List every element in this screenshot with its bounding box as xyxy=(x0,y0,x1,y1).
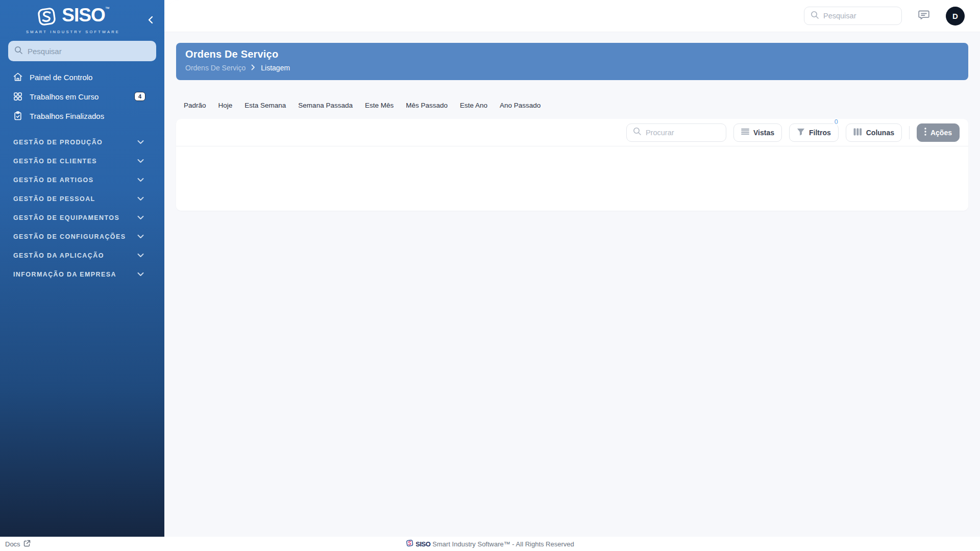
sidebar-section-gestao-de-clientes[interactable]: GESTÃO DE CLIENTES xyxy=(0,152,164,170)
filtros-label: Filtros xyxy=(809,129,831,137)
section-label: GESTÃO DA APLICAÇÃO xyxy=(13,252,104,259)
tab-ano-passado[interactable]: Ano Passado xyxy=(500,102,541,109)
user-avatar[interactable]: D xyxy=(946,7,965,26)
breadcrumb-current: Listagem xyxy=(261,64,290,72)
filters-count-badge: 0 xyxy=(833,118,840,126)
sidebar-item-painel-de-controlo[interactable]: Painel de Controlo xyxy=(0,67,164,87)
breadcrumb: Ordens De Serviço Listagem xyxy=(185,64,959,72)
empty-list-body xyxy=(176,146,968,211)
external-link-icon xyxy=(23,540,31,548)
list-search-input[interactable] xyxy=(646,129,720,137)
colunas-button[interactable]: Colunas xyxy=(846,123,902,142)
in-progress-count-badge: 4 xyxy=(134,92,145,101)
tab-hoje[interactable]: Hoje xyxy=(218,102,233,109)
sidebar-logo[interactable]: SISO™ SMART INDUSTRY SOFTWARE xyxy=(0,0,146,34)
sidebar-section-informacao-da-empresa[interactable]: INFORMAÇÃO DA EMPRESA xyxy=(0,265,164,284)
docs-link[interactable]: Docs xyxy=(5,540,31,548)
chevron-right-icon xyxy=(251,64,255,72)
section-label: GESTÃO DE PRODUÇÃO xyxy=(13,139,103,146)
tab-mes-passado[interactable]: Mês Passado xyxy=(406,102,448,109)
avatar-initial: D xyxy=(952,12,958,20)
tab-este-ano[interactable]: Este Ano xyxy=(460,102,487,109)
section-label: GESTÃO DE ARTIGOS xyxy=(13,177,93,184)
acoes-label: Ações xyxy=(930,129,952,137)
sidebar-search-input[interactable] xyxy=(28,47,150,56)
breadcrumb-parent[interactable]: Ordens De Serviço xyxy=(185,64,246,72)
list-card: Vistas 0 Filtros xyxy=(176,119,968,211)
content-row: SISO™ SMART INDUSTRY SOFTWARE Painel de … xyxy=(0,0,980,537)
chevron-down-icon xyxy=(137,158,144,165)
logo-tm: ™ xyxy=(105,6,110,11)
sidebar-section-gestao-de-configuracoes[interactable]: GESTÃO DE CONFIGURAÇÕES xyxy=(0,227,164,246)
columns-icon xyxy=(853,128,862,137)
section-label: GESTÃO DE EQUIPAMENTOS xyxy=(13,214,119,221)
sidebar-collapse-button[interactable] xyxy=(145,15,156,27)
siso-footer-logo-icon xyxy=(406,539,413,548)
search-icon xyxy=(811,11,819,21)
sidebar-item-label: Trabalhos em Curso xyxy=(30,92,99,101)
filter-funnel-icon xyxy=(797,128,805,137)
section-label: GESTÃO DE CONFIGURAÇÕES xyxy=(13,233,126,240)
logo-subtitle: SMART INDUSTRY SOFTWARE xyxy=(0,30,146,34)
page-header-banner: Ordens De Serviço Ordens De Serviço List… xyxy=(176,43,968,80)
list-search xyxy=(626,123,726,142)
global-search xyxy=(804,7,902,25)
chevron-down-icon xyxy=(137,195,144,203)
footer-copyright-text: Smart Industry Software™ - All Rights Re… xyxy=(432,540,574,548)
tab-esta-semana[interactable]: Esta Semana xyxy=(244,102,286,109)
app-window: SISO™ SMART INDUSTRY SOFTWARE Painel de … xyxy=(0,0,980,551)
home-icon xyxy=(13,72,23,82)
footer-brand: SISO xyxy=(415,540,430,548)
chevron-down-icon xyxy=(137,139,144,146)
page-title: Ordens De Serviço xyxy=(185,48,959,60)
docs-label: Docs xyxy=(5,540,20,548)
main-area: D Ordens De Serviço Ordens De Serviço Li… xyxy=(164,0,980,537)
tab-padrao[interactable]: Padrão xyxy=(184,102,206,109)
logo-title: SISO xyxy=(62,5,105,26)
sidebar-sections: GESTÃO DE PRODUÇÃO GESTÃO DE CLIENTES GE… xyxy=(0,133,164,284)
sidebar-section-gestao-da-aplicacao[interactable]: GESTÃO DA APLICAÇÃO xyxy=(0,246,164,265)
messages-button[interactable] xyxy=(917,8,930,23)
chat-icon xyxy=(917,8,930,23)
chevron-down-icon xyxy=(137,177,144,184)
colunas-label: Colunas xyxy=(866,129,894,137)
footer-copyright: SISO Smart Industry Software™ - All Righ… xyxy=(406,539,574,548)
sidebar-section-gestao-de-equipamentos[interactable]: GESTÃO DE EQUIPAMENTOS xyxy=(0,208,164,227)
page-content: Ordens De Serviço Ordens De Serviço List… xyxy=(164,32,980,211)
section-label: INFORMAÇÃO DA EMPRESA xyxy=(13,271,116,278)
search-icon xyxy=(14,46,23,57)
filtros-button[interactable]: 0 Filtros xyxy=(789,123,839,142)
tab-este-mes[interactable]: Este Mês xyxy=(365,102,394,109)
grid-icon xyxy=(13,91,23,102)
sidebar: SISO™ SMART INDUSTRY SOFTWARE Painel de … xyxy=(0,0,164,537)
sidebar-item-trabalhos-finalizados[interactable]: Trabalhos Finalizados xyxy=(0,106,164,126)
topbar: D xyxy=(164,0,980,32)
sidebar-item-trabalhos-em-curso[interactable]: Trabalhos em Curso 4 xyxy=(0,87,164,106)
global-search-input[interactable] xyxy=(823,12,895,20)
sidebar-section-gestao-de-artigos[interactable]: GESTÃO DE ARTIGOS xyxy=(0,170,164,189)
clipboard-check-icon xyxy=(13,111,23,121)
sidebar-section-gestao-de-pessoal[interactable]: GESTÃO DE PESSOAL xyxy=(0,189,164,208)
chevron-left-icon xyxy=(147,16,154,26)
vistas-button[interactable]: Vistas xyxy=(733,123,782,142)
siso-logo-icon xyxy=(36,6,58,30)
list-toolbar: Vistas 0 Filtros xyxy=(176,119,968,146)
sidebar-section-gestao-de-producao[interactable]: GESTÃO DE PRODUÇÃO xyxy=(0,133,164,152)
chevron-down-icon xyxy=(137,271,144,278)
chevron-down-icon xyxy=(137,252,144,259)
sidebar-nav: Painel de Controlo Trabalhos em Curso 4 … xyxy=(0,67,164,126)
tab-semana-passada[interactable]: Semana Passada xyxy=(298,102,353,109)
views-list-icon xyxy=(741,128,749,137)
search-icon xyxy=(633,127,642,138)
kebab-menu-icon xyxy=(924,128,926,137)
acoes-button[interactable]: Ações xyxy=(917,123,960,142)
date-filter-tabs: Padrão Hoje Esta Semana Semana Passada E… xyxy=(176,102,968,109)
sidebar-item-label: Trabalhos Finalizados xyxy=(30,112,104,120)
sidebar-item-label: Painel de Controlo xyxy=(30,73,92,82)
vistas-label: Vistas xyxy=(753,129,774,137)
section-label: GESTÃO DE CLIENTES xyxy=(13,158,97,165)
chevron-down-icon xyxy=(137,214,144,221)
chevron-down-icon xyxy=(137,233,144,240)
section-label: GESTÃO DE PESSOAL xyxy=(13,195,95,203)
footer: Docs SISO Smart Industry Software™ - All… xyxy=(0,537,980,551)
